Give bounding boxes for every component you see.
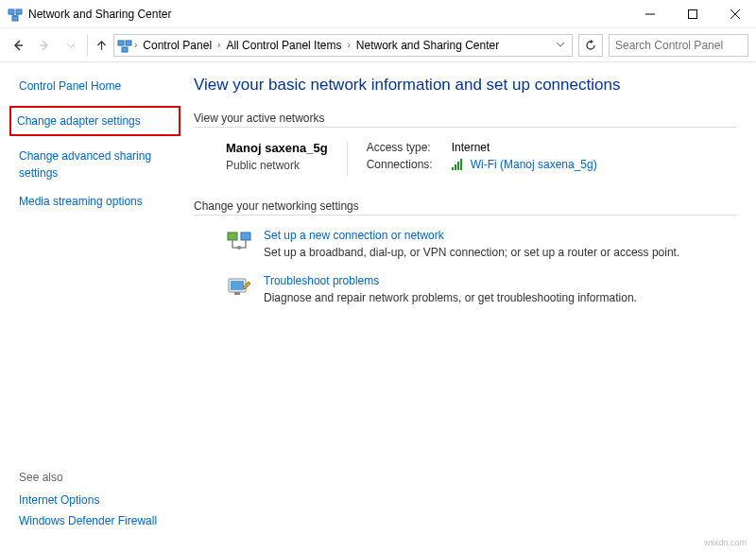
svg-point-19 <box>237 246 241 250</box>
svg-rect-13 <box>126 41 131 45</box>
svg-rect-12 <box>118 41 124 45</box>
chevron-right-icon[interactable]: › <box>347 40 350 50</box>
sidebar-control-panel-home[interactable]: Control Panel Home <box>19 78 171 95</box>
svg-line-7 <box>730 9 740 19</box>
wifi-signal-icon <box>452 159 465 170</box>
forward-button[interactable] <box>34 35 55 56</box>
breadcrumb-network-sharing[interactable]: Network and Sharing Center <box>352 39 503 52</box>
search-box[interactable] <box>609 34 748 57</box>
sidebar-see-also: See also Internet Options Windows Defend… <box>19 471 180 535</box>
svg-rect-6 <box>688 9 696 18</box>
up-button[interactable] <box>87 35 108 56</box>
titlebar: Network and Sharing Center <box>0 0 756 28</box>
network-type: Public network <box>226 159 328 172</box>
highlight-box: Change adapter settings <box>9 106 180 136</box>
recent-dropdown-icon[interactable] <box>60 35 81 56</box>
network-center-icon <box>117 38 132 53</box>
sidebar-change-adapter[interactable]: Change adapter settings <box>17 114 141 128</box>
svg-rect-18 <box>241 233 250 240</box>
change-settings-header: Change your networking settings <box>194 199 737 216</box>
troubleshoot-item: Troubleshoot problems Diagnose and repai… <box>194 274 737 319</box>
watermark: wsxdn.com <box>704 538 747 547</box>
address-bar[interactable]: › Control Panel › All Control Panel Item… <box>113 34 573 57</box>
svg-rect-22 <box>234 292 240 295</box>
setup-connection-desc: Set up a broadband, dial-up, or VPN conn… <box>264 246 679 259</box>
chevron-right-icon[interactable]: › <box>134 40 137 50</box>
svg-line-8 <box>730 9 740 19</box>
address-dropdown-icon[interactable] <box>552 39 569 52</box>
svg-rect-21 <box>231 281 244 290</box>
access-type-value: Internet <box>452 141 490 154</box>
svg-rect-1 <box>16 9 22 14</box>
connections-label: Connections: <box>367 158 446 171</box>
access-type-label: Access type: <box>367 141 446 154</box>
see-also-header: See also <box>19 471 180 484</box>
sidebar-change-advanced[interactable]: Change advanced sharing settings <box>19 147 171 181</box>
toolbar: › Control Panel › All Control Panel Item… <box>0 28 756 62</box>
svg-rect-17 <box>228 233 237 240</box>
troubleshoot-desc: Diagnose and repair network problems, or… <box>264 291 637 304</box>
main-content: View your basic network information and … <box>184 62 756 552</box>
back-button[interactable] <box>8 35 28 56</box>
setup-connection-icon <box>226 229 252 255</box>
refresh-button[interactable] <box>578 34 603 57</box>
window-title: Network and Sharing Center <box>28 8 171 21</box>
sidebar-internet-options[interactable]: Internet Options <box>19 493 180 507</box>
close-button[interactable] <box>713 0 756 28</box>
setup-connection-link[interactable]: Set up a new connection or network <box>264 229 679 242</box>
troubleshoot-link[interactable]: Troubleshoot problems <box>264 274 637 287</box>
troubleshoot-icon <box>226 274 252 301</box>
setup-connection-item: Set up a new connection or network Set u… <box>194 229 737 274</box>
breadcrumb-all-items[interactable]: All Control Panel Items <box>222 39 345 52</box>
active-networks-header: View your active networks <box>194 112 737 128</box>
svg-rect-2 <box>12 16 18 21</box>
sidebar-firewall[interactable]: Windows Defender Firewall <box>19 514 180 527</box>
breadcrumb-control-panel[interactable]: Control Panel <box>139 39 215 52</box>
search-input[interactable] <box>613 38 756 53</box>
network-center-icon <box>8 7 23 22</box>
sidebar-media-streaming[interactable]: Media streaming options <box>19 193 171 210</box>
network-name: Manoj saxena_5g <box>226 141 328 155</box>
connection-link[interactable]: Wi-Fi (Manoj saxena_5g) <box>471 158 597 171</box>
minimize-button[interactable] <box>628 0 671 28</box>
svg-rect-14 <box>122 47 128 52</box>
chevron-right-icon[interactable]: › <box>217 40 220 50</box>
svg-rect-0 <box>9 9 14 14</box>
maximize-button[interactable] <box>671 0 713 28</box>
active-network-block: Manoj saxena_5g Public network Access ty… <box>194 141 737 175</box>
page-title: View your basic network information and … <box>194 76 737 95</box>
